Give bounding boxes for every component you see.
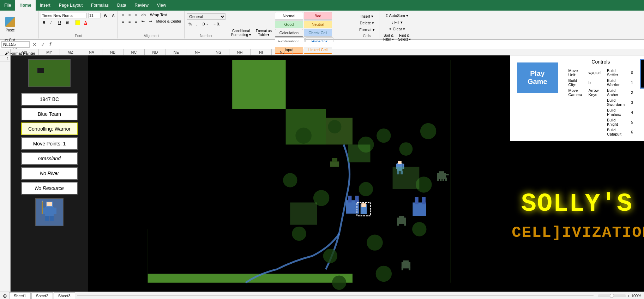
insert-button[interactable]: Insert ▾ xyxy=(356,13,378,19)
col-header-nb[interactable]: NB xyxy=(102,49,124,55)
map-area[interactable] xyxy=(88,55,510,292)
fill-color-button[interactable] xyxy=(73,19,82,26)
col-header-nh[interactable]: NH xyxy=(229,49,251,55)
svg-rect-2 xyxy=(42,208,46,214)
autosum-button[interactable]: Σ AutoSum ▾ xyxy=(384,13,410,19)
col-header-nf[interactable]: NF xyxy=(187,49,208,55)
year-button[interactable]: 1947 BC xyxy=(21,93,78,106)
control-row-swordarm: Build Swordarm 3 xyxy=(566,98,636,107)
find-select-button[interactable]: Find &Select ▾ xyxy=(396,33,413,42)
svg-rect-44 xyxy=(404,222,406,226)
svg-point-23 xyxy=(420,123,436,139)
formula-function-icon[interactable]: f xyxy=(48,42,53,47)
indent-decrease-button[interactable]: ⇤ xyxy=(140,18,146,24)
paste-button[interactable]: Paste xyxy=(3,12,18,37)
cell-reference-box[interactable]: NL155 xyxy=(1,41,30,48)
col-header-mz[interactable]: MZ xyxy=(60,49,81,55)
team-button[interactable]: Blue Team xyxy=(21,108,78,120)
sheet-tab-2[interactable]: Sheet2 xyxy=(31,292,53,299)
delete-button[interactable]: Delete ▾ xyxy=(356,20,378,26)
percent-button[interactable]: % xyxy=(187,21,194,27)
svg-rect-50 xyxy=(348,196,351,203)
new-sheet-button[interactable]: ⊕ xyxy=(1,293,8,299)
indent-increase-button[interactable]: ⇥ xyxy=(147,18,154,24)
bold-button[interactable]: B xyxy=(41,20,48,25)
zoom-in-button[interactable]: + xyxy=(627,294,630,298)
col-header-ne[interactable]: NE xyxy=(166,49,187,55)
align-top-left-button[interactable]: ≡ xyxy=(120,12,126,18)
svg-rect-36 xyxy=(437,178,439,181)
unit-button[interactable]: Controlling: Warrior xyxy=(21,122,78,135)
svg-rect-64 xyxy=(290,203,317,225)
style-normal[interactable]: Normal xyxy=(275,12,303,20)
decimal-decrease-button[interactable]: ←0. xyxy=(211,21,222,27)
row-num-1[interactable]: 1 xyxy=(0,55,10,62)
number-format-select[interactable]: General Number Currency Date xyxy=(187,13,225,20)
resource-button[interactable]: No Resource xyxy=(21,182,78,195)
ribbon-tab-bar: File Home Insert Page Layout Formulas Da… xyxy=(0,0,644,11)
col-header-ng[interactable]: NG xyxy=(208,49,229,55)
river-button[interactable]: No River xyxy=(21,167,78,180)
controls-info: Controls Move Unit: w,a,s,d Build Settle… xyxy=(565,59,637,137)
align-top-right-button[interactable]: ≡ xyxy=(133,12,139,18)
zoom-out-button[interactable]: − xyxy=(594,294,596,298)
fill-button[interactable]: ↓ Fill ▾ xyxy=(390,19,404,25)
font-size-input[interactable] xyxy=(88,13,101,18)
style-calculation[interactable]: Calculation xyxy=(275,29,303,37)
tab-review[interactable]: Review xyxy=(130,0,152,11)
tab-insert[interactable]: Insert xyxy=(36,0,55,11)
format-as-table-button[interactable]: Format asTable ▾ xyxy=(254,28,273,37)
number-group: General Number Currency Date % , .0→ ←0.… xyxy=(185,11,227,38)
sort-filter-button[interactable]: Sort &Filter ▾ xyxy=(381,33,396,42)
orientation-button[interactable]: ab xyxy=(140,12,148,18)
col-header-my[interactable]: MY xyxy=(39,49,60,55)
tab-formulas[interactable]: Formulas xyxy=(87,0,113,11)
tab-page-layout[interactable]: Page Layout xyxy=(55,0,87,11)
col-header-mx[interactable]: MX xyxy=(11,49,39,55)
col-header-ni[interactable]: NI xyxy=(251,49,272,55)
formula-input[interactable] xyxy=(54,42,643,47)
sheet-tab-1[interactable]: Sheet1 xyxy=(9,292,31,299)
svg-rect-7 xyxy=(42,202,43,214)
column-headers: MX MY MZ NA NB NC ND NE NF NG NH NI NJ xyxy=(11,49,644,55)
sheet-tab-3[interactable]: Sheet3 xyxy=(54,292,75,299)
decimal-increase-button[interactable]: .0→ xyxy=(200,21,210,27)
tab-file[interactable]: File xyxy=(0,0,15,11)
conditional-formatting-button[interactable]: ConditionalFormatting ▾ xyxy=(229,28,253,37)
play-game-button[interactable]: PlayGame xyxy=(517,62,558,93)
align-right-button[interactable]: ≡ xyxy=(133,19,139,24)
merge-center-button[interactable]: Merge & Center xyxy=(155,19,183,24)
wrap-text-button[interactable]: Wrap Text xyxy=(148,12,169,18)
align-center-button[interactable]: ≡ xyxy=(127,19,132,24)
font-name-input[interactable] xyxy=(41,13,87,18)
style-good[interactable]: Good xyxy=(275,20,303,28)
border-button[interactable]: ⊞ xyxy=(64,20,73,26)
font-color-button[interactable]: A xyxy=(83,20,91,25)
col-header-nd[interactable]: ND xyxy=(145,49,166,55)
col-header-na[interactable]: NA xyxy=(81,49,102,55)
style-bad[interactable]: Bad xyxy=(304,12,332,20)
control-key-catapult: 6 xyxy=(628,127,636,137)
format-button[interactable]: Format ▾ xyxy=(356,27,378,33)
ribbon: File Home Insert Page Layout Formulas Da… xyxy=(0,0,644,40)
align-top-center-button[interactable]: ≡ xyxy=(127,12,132,18)
comma-button[interactable]: , xyxy=(194,21,199,27)
style-check-cell[interactable]: Check Cell xyxy=(304,29,332,37)
control-key-knight: 5 xyxy=(628,118,636,127)
font-grow-button[interactable]: A xyxy=(102,12,109,19)
tab-view[interactable]: View xyxy=(153,0,170,11)
move-points-button[interactable]: Move Points: 1 xyxy=(21,137,78,150)
formula-cancel-icon[interactable]: ✕ xyxy=(31,42,38,47)
col-header-nc[interactable]: NC xyxy=(124,49,145,55)
col-header-nj[interactable]: NJ xyxy=(272,49,293,55)
align-left-button[interactable]: ≡ xyxy=(120,19,126,24)
italic-button[interactable]: I xyxy=(49,20,56,25)
style-neutral[interactable]: Neutral xyxy=(304,20,332,28)
clear-button[interactable]: ✦ Clear ▾ xyxy=(387,26,407,32)
formula-confirm-icon[interactable]: ✓ xyxy=(40,42,47,47)
tab-data[interactable]: Data xyxy=(113,0,130,11)
tab-home[interactable]: Home xyxy=(15,0,35,11)
underline-button[interactable]: U xyxy=(56,20,64,25)
font-shrink-button[interactable]: A xyxy=(110,13,116,18)
terrain-button[interactable]: Grassland xyxy=(21,152,78,165)
